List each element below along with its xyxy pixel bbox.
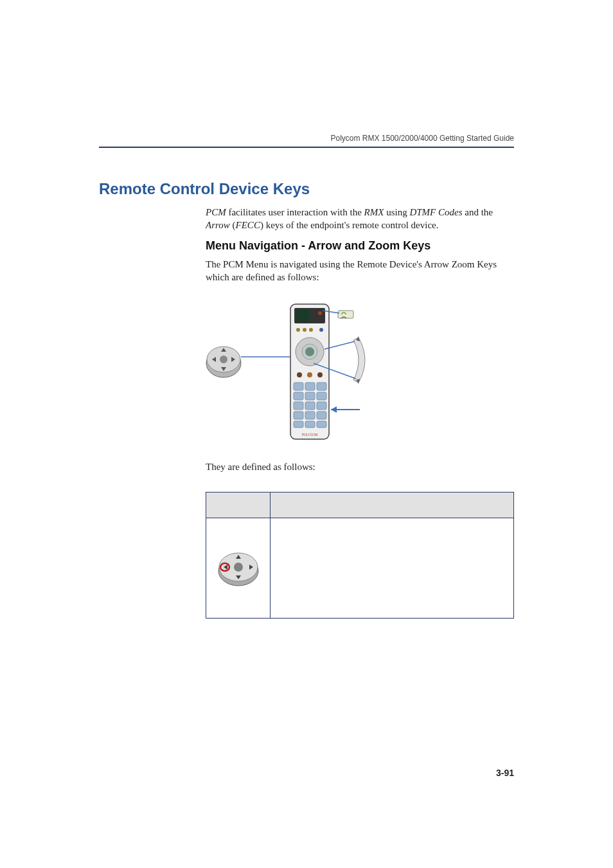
svg-marker-46 bbox=[331, 406, 337, 413]
italic-pcm-menu: PCM Menu bbox=[223, 259, 268, 269]
svg-text:POLYCOM: POLYCOM bbox=[302, 433, 318, 437]
paragraph-pcm-intro: PCM facilitates user interaction with th… bbox=[206, 206, 514, 232]
svg-point-49 bbox=[234, 563, 243, 572]
keys-table bbox=[206, 492, 514, 619]
text: ( bbox=[230, 220, 236, 230]
svg-rect-30 bbox=[305, 402, 315, 410]
svg-point-12 bbox=[296, 328, 300, 332]
svg-rect-25 bbox=[317, 383, 326, 390]
svg-point-19 bbox=[297, 372, 302, 377]
svg-rect-28 bbox=[317, 392, 326, 400]
svg-rect-23 bbox=[294, 383, 303, 390]
text: using bbox=[384, 207, 409, 217]
svg-rect-35 bbox=[294, 421, 303, 428]
svg-rect-26 bbox=[294, 392, 303, 400]
svg-point-13 bbox=[303, 328, 306, 332]
text: is navigated using the bbox=[269, 259, 357, 269]
svg-rect-31 bbox=[317, 402, 326, 410]
header-doc-title: Polycom RMX 1500/2000/4000 Getting Start… bbox=[330, 134, 514, 143]
text: and the bbox=[463, 207, 493, 217]
italic-pcm: PCM bbox=[206, 207, 226, 217]
page-number: 3-91 bbox=[496, 768, 514, 778]
text: ) keys of the endpoint's remote control … bbox=[260, 220, 439, 230]
table-header-icon-col bbox=[206, 493, 271, 518]
svg-rect-36 bbox=[305, 421, 315, 428]
table-row bbox=[206, 518, 513, 618]
svg-rect-27 bbox=[305, 392, 315, 400]
paragraph-defined: They are defined as follows: bbox=[206, 460, 514, 473]
table-cell-icon bbox=[206, 518, 271, 618]
svg-point-15 bbox=[319, 328, 323, 332]
heading-menu-navigation: Menu Navigation - Arrow and Zoom Keys bbox=[206, 239, 431, 253]
svg-point-18 bbox=[305, 347, 314, 356]
svg-rect-24 bbox=[305, 383, 315, 390]
zoom-rocker bbox=[353, 336, 365, 384]
svg-rect-10 bbox=[296, 310, 309, 321]
dpad-left-group bbox=[206, 347, 241, 377]
italic-fecc: FECC bbox=[236, 220, 260, 230]
table-header-row bbox=[206, 493, 513, 518]
italic-dtmf: DTMF Codes bbox=[409, 207, 462, 217]
svg-rect-33 bbox=[305, 411, 315, 419]
svg-rect-34 bbox=[317, 411, 326, 419]
svg-point-14 bbox=[309, 328, 313, 332]
remote-body: POLYCOM bbox=[290, 304, 329, 439]
italic-arrow: Arrow bbox=[206, 220, 230, 230]
text: The bbox=[206, 259, 223, 269]
svg-rect-29 bbox=[294, 402, 303, 410]
italic-rmx: RMX bbox=[364, 207, 384, 217]
dpad-icon bbox=[216, 550, 261, 586]
text: facilitates user interaction with the bbox=[226, 207, 364, 217]
svg-rect-37 bbox=[317, 421, 326, 428]
table-cell-desc bbox=[271, 518, 513, 618]
svg-rect-32 bbox=[294, 411, 303, 419]
heading-remote-control: Remote Control Device Keys bbox=[99, 180, 310, 198]
svg-point-2 bbox=[220, 356, 227, 363]
svg-point-21 bbox=[317, 372, 323, 377]
text: which are defined as follows: bbox=[206, 272, 319, 282]
remote-diagram: POLYCOM bbox=[206, 299, 373, 447]
table-header-desc-col bbox=[271, 493, 513, 518]
svg-point-20 bbox=[307, 372, 312, 377]
svg-point-11 bbox=[318, 311, 322, 315]
paragraph-menu-nav: The PCM Menu is navigated using the Remo… bbox=[206, 258, 514, 284]
header-divider bbox=[99, 147, 514, 148]
italic-arrow-zoom: Remote Device's Arrow Zoom Keys bbox=[357, 259, 497, 269]
